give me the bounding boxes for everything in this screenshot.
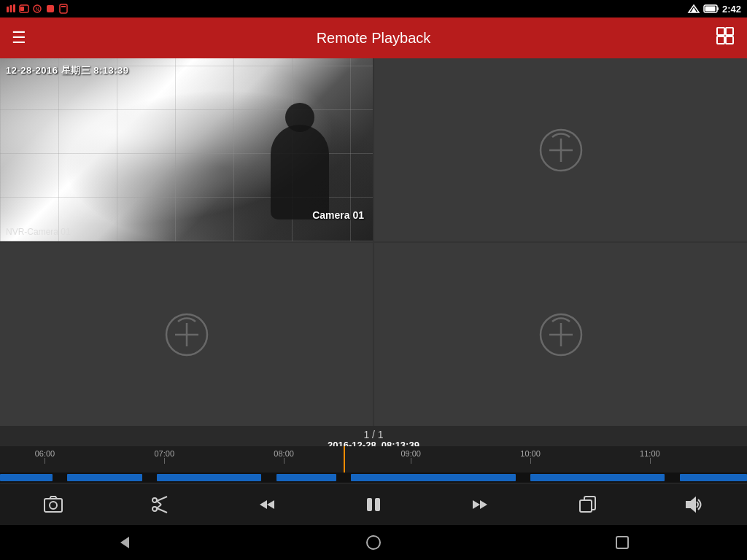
fastforward-button[interactable] — [464, 489, 496, 521]
time-label-0600: 06:00 — [35, 449, 55, 458]
video-cell-4[interactable] — [374, 243, 747, 426]
status-icon-1 — [6, 4, 16, 14]
video-cell-2[interactable] — [374, 58, 747, 241]
volume-icon — [684, 494, 704, 515]
svg-line-34 — [157, 501, 161, 505]
svg-text:N: N — [35, 7, 39, 12]
clip-icon — [150, 494, 170, 515]
svg-rect-46 — [616, 537, 628, 548]
svg-rect-0 — [7, 7, 9, 12]
svg-marker-44 — [120, 537, 129, 548]
svg-line-32 — [157, 497, 167, 501]
cam-label: Camera 01 — [312, 209, 364, 221]
video-grid: 12-28-2016 星期三 8:13:39 Camera 01 NVR-Cam… — [0, 58, 747, 426]
copy-button[interactable] — [571, 489, 603, 521]
recording-bar — [351, 474, 515, 481]
status-icon-3: N — [32, 4, 42, 14]
add-camera-icon — [538, 311, 584, 358]
layout-button[interactable] — [715, 26, 735, 50]
svg-marker-36 — [260, 500, 267, 509]
svg-point-30 — [152, 498, 157, 502]
svg-point-31 — [152, 507, 157, 511]
tick-0800 — [284, 458, 285, 464]
back-button[interactable] — [103, 528, 147, 557]
add-camera-icon — [538, 127, 584, 174]
status-time: 2:42 — [722, 4, 741, 15]
back-icon — [116, 534, 133, 551]
status-icons-right: 2:42 — [687, 4, 741, 15]
signal-icon — [687, 4, 700, 14]
add-camera-icon — [163, 311, 210, 358]
video-cell-3[interactable] — [0, 243, 373, 426]
screenshot-button[interactable] — [37, 489, 69, 521]
volume-button[interactable] — [678, 489, 710, 521]
android-nav-bar — [0, 525, 747, 560]
status-icon-2 — [19, 4, 29, 14]
svg-rect-2 — [13, 4, 15, 12]
timeline-container: 2016-12-28 08:13:39 06:00 07:00 08:00 09… — [0, 442, 747, 483]
svg-rect-8 — [60, 4, 67, 13]
svg-rect-18 — [726, 36, 733, 44]
svg-line-35 — [157, 505, 161, 508]
screenshot-icon — [43, 494, 63, 515]
home-button[interactable] — [352, 528, 395, 557]
time-label-1000: 10:00 — [520, 449, 541, 458]
svg-rect-13 — [717, 7, 719, 10]
playhead — [344, 446, 345, 472]
svg-rect-15 — [717, 28, 724, 35]
tick-0600 — [44, 458, 45, 464]
controls-bar — [0, 483, 747, 525]
layout-icon — [715, 26, 735, 46]
recents-icon — [614, 534, 631, 551]
svg-rect-4 — [20, 7, 24, 11]
hamburger-button[interactable]: ☰ — [12, 30, 26, 46]
rewind-button[interactable] — [251, 489, 283, 521]
svg-marker-40 — [473, 500, 480, 509]
pause-button[interactable] — [357, 489, 390, 521]
svg-point-45 — [367, 536, 380, 549]
svg-rect-42 — [580, 500, 592, 512]
svg-rect-1 — [10, 5, 12, 12]
svg-rect-28 — [44, 499, 62, 512]
svg-marker-41 — [480, 500, 487, 509]
timeline-scroll[interactable]: 06:00 07:00 08:00 09:00 10:00 11:00 — [0, 446, 747, 472]
svg-rect-17 — [717, 36, 724, 44]
svg-line-33 — [157, 508, 167, 513]
recording-bar — [276, 474, 336, 481]
home-icon — [365, 534, 382, 551]
fastforward-icon — [470, 494, 490, 515]
cam-silhouette — [271, 125, 329, 219]
recording-bar — [157, 474, 261, 481]
svg-rect-7 — [47, 5, 54, 12]
clip-button[interactable] — [144, 489, 176, 521]
svg-marker-43 — [686, 498, 695, 511]
recording-bar — [530, 474, 665, 481]
app-title: Remote Playback — [317, 30, 431, 47]
cam-name: NVR-Camera 01 — [6, 227, 71, 237]
cam-timestamp: 12-28-2016 星期三 8:13:39 — [6, 64, 129, 77]
status-icons-left: N — [6, 4, 69, 14]
recording-bar — [680, 474, 747, 481]
svg-rect-9 — [61, 6, 66, 7]
app-bar: ☰ Remote Playback — [0, 18, 747, 58]
rewind-icon — [257, 494, 277, 515]
time-label-0700: 07:00 — [155, 449, 175, 458]
status-icon-5 — [58, 4, 69, 14]
tick-1000 — [530, 458, 531, 464]
time-label-0900: 09:00 — [400, 449, 421, 458]
svg-rect-16 — [726, 28, 733, 35]
tick-0700 — [164, 458, 165, 464]
timeline-bar-row — [0, 472, 747, 483]
svg-rect-14 — [705, 7, 715, 12]
tick-1100 — [650, 458, 651, 464]
svg-point-29 — [50, 502, 57, 509]
battery-icon — [703, 4, 719, 14]
video-cell-1[interactable]: 12-28-2016 星期三 8:13:39 Camera 01 NVR-Cam… — [0, 58, 373, 241]
tick-0900 — [411, 458, 411, 464]
recording-bar — [67, 474, 142, 481]
time-label-1100: 11:00 — [640, 449, 660, 458]
status-bar: N 2:42 — [0, 0, 747, 18]
recording-bar — [0, 474, 53, 481]
recents-button[interactable] — [600, 528, 644, 557]
svg-rect-39 — [376, 499, 379, 510]
